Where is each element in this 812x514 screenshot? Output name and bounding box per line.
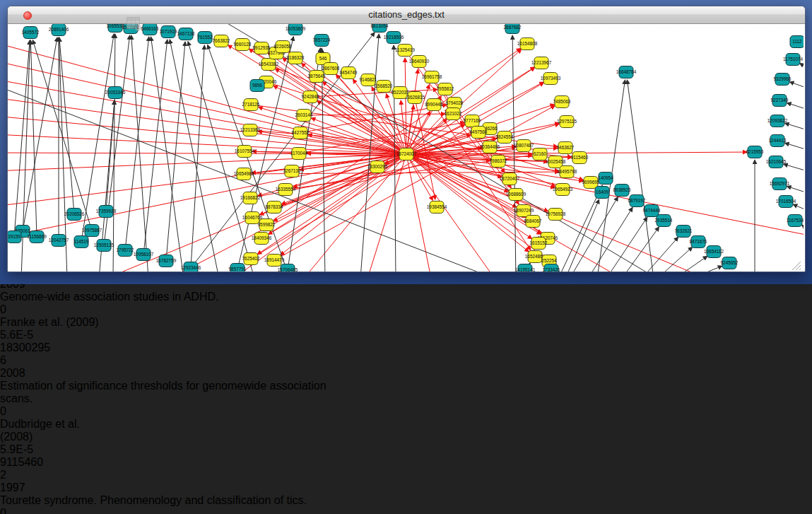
graph-node[interactable]: 16961758: [422, 71, 442, 83]
graph-node[interactable]: 6879197: [628, 195, 646, 207]
graph-node[interactable]: 9599822: [258, 219, 276, 231]
graph-node[interactable]: 2867608: [322, 63, 340, 75]
graph-edge[interactable]: [8, 154, 406, 206]
graph-node[interactable]: 7955812: [437, 83, 454, 95]
graph-node[interactable]: 19384554: [427, 201, 447, 214]
graph-node[interactable]: 9660128: [234, 39, 252, 51]
graph-edge[interactable]: [14, 40, 30, 237]
graph-node[interactable]: 12975115: [557, 116, 577, 128]
graph-node[interactable]: 18495798: [557, 166, 577, 178]
graph-node[interactable]: 20364486: [480, 141, 500, 153]
graph-node[interactable]: 6794028: [446, 98, 464, 110]
graph-node[interactable]: 761552: [197, 32, 213, 44]
graph-node[interactable]: 12505135: [94, 240, 114, 252]
graph-node[interactable]: 9777169: [464, 115, 481, 127]
graph-node[interactable]: 11156869: [27, 231, 47, 243]
table-cell[interactable]: 0: [0, 303, 49, 316]
graph-node[interactable]: 8471676: [690, 236, 707, 248]
graph-edge[interactable]: [627, 80, 654, 271]
graph-node[interactable]: 9242848: [302, 91, 319, 103]
graph-node[interactable]: 16543382: [259, 59, 279, 71]
graph-edge[interactable]: [789, 82, 804, 89]
graph-edge[interactable]: [166, 42, 185, 261]
graph-edge[interactable]: [787, 186, 804, 194]
graph-node[interactable]: 8684067: [524, 216, 542, 228]
graph-node[interactable]: 9463627: [557, 142, 575, 154]
table-cell[interactable]: 2: [0, 469, 66, 481]
graph-node[interactable]: 1170044: [290, 148, 308, 160]
graph-node[interactable]: 16409: [595, 187, 609, 199]
table-cell[interactable]: 1997: [0, 481, 53, 494]
graph-node[interactable]: 9896: [250, 80, 264, 92]
graph-node[interactable]: 8878334: [266, 201, 283, 214]
graph-edge[interactable]: [784, 164, 804, 172]
graph-node[interactable]: 1568520: [375, 81, 393, 93]
graph-edge[interactable]: [691, 266, 722, 271]
graph-edge[interactable]: [588, 207, 632, 271]
graph-node[interactable]: 7857224: [313, 35, 331, 47]
graph-edge[interactable]: [800, 64, 804, 69]
graph-node[interactable]: 8813054: [371, 24, 389, 33]
graph-node[interactable]: 18720407: [500, 173, 520, 185]
graph-edge[interactable]: [787, 103, 804, 110]
graph-node[interactable]: 8215953: [746, 146, 764, 158]
graph-node[interactable]: 2887682: [504, 24, 522, 34]
graph-node[interactable]: 8186328: [287, 52, 305, 64]
graph-edge[interactable]: [785, 123, 804, 131]
table-row[interactable]: 1830029562008Estimation of significance …: [0, 341, 812, 456]
graph-node[interactable]: 19218506: [384, 32, 404, 44]
graph-node[interactable]: 8938923: [613, 185, 631, 197]
graph-node[interactable]: 12093822: [767, 115, 788, 127]
graph-node[interactable]: 19166822: [240, 192, 261, 204]
graph-node[interactable]: 12213369: [240, 124, 261, 136]
table-cell[interactable]: Franke et al. (2009): [0, 316, 112, 329]
graph-node[interactable]: 7485063: [553, 96, 571, 108]
network-canvas[interactable]: 1872400718300295193845541132541918640910…: [8, 24, 805, 274]
graph-edge[interactable]: [151, 37, 184, 271]
graph-node[interactable]: 7625402: [242, 253, 260, 265]
graph-node[interactable]: 1112: [790, 36, 804, 48]
graph-node[interactable]: 16782759: [156, 255, 177, 267]
graph-node[interactable]: 1244413: [769, 135, 787, 147]
graph-node[interactable]: 19756928: [546, 209, 566, 221]
table-cell[interactable]: 6: [0, 354, 66, 367]
graph-node[interactable]: 1467138: [177, 28, 195, 40]
graph-node[interactable]: 8912935: [253, 42, 271, 54]
graph-node[interactable]: 140954: [598, 173, 613, 185]
table-cell[interactable]: Tourette syndrome. Phenomenology and cla…: [0, 494, 353, 507]
graph-node[interactable]: 20206526: [64, 209, 85, 221]
graph-node[interactable]: 16648784: [616, 66, 637, 78]
graph-node[interactable]: 10654112: [704, 246, 724, 258]
graph-node[interactable]: 10973493: [541, 73, 561, 85]
graph-node[interactable]: 20891406: [49, 24, 69, 36]
graph-edge[interactable]: [8, 79, 406, 154]
graph-node[interactable]: 9227349: [771, 95, 789, 107]
graph-node[interactable]: 12213967: [531, 57, 552, 69]
graph-node[interactable]: 15692971: [770, 178, 790, 190]
table-cell[interactable]: 9115460: [0, 456, 64, 469]
graph-node[interactable]: 9857791: [229, 264, 247, 272]
graph-node[interactable]: 10975887: [82, 225, 102, 237]
graph-node[interactable]: 2603144: [295, 110, 313, 122]
graph-edge[interactable]: [570, 197, 618, 271]
graph-node[interactable]: 7663822: [213, 35, 230, 47]
graph-node[interactable]: 16210645: [766, 156, 787, 168]
resize-grip[interactable]: [792, 262, 801, 270]
graph-node[interactable]: 3875645: [308, 71, 326, 83]
graph-node[interactable]: 19654923: [553, 184, 573, 196]
graph-node[interactable]: 1071919: [160, 26, 177, 38]
graph-node[interactable]: 1733426: [543, 264, 560, 272]
table-row[interactable]: 911546021997Tourette syndrome. Phenomeno…: [0, 456, 812, 514]
graph-node[interactable]: 18907249: [514, 205, 534, 217]
graph-node[interactable]: 8454749: [340, 67, 358, 79]
graph-node[interactable]: 2718126: [242, 99, 260, 111]
graph-node[interactable]: 3824554: [496, 132, 514, 144]
table-cell[interactable]: 0: [0, 405, 49, 418]
table-cell[interactable]: 0: [0, 507, 49, 514]
table-cell[interactable]: Genome-wide association studies in ADHD.: [0, 291, 353, 303]
graph-edge[interactable]: [565, 199, 599, 271]
graph-node[interactable]: 1615152: [530, 238, 548, 250]
graph-node[interactable]: 10807487: [514, 140, 534, 152]
graph-node[interactable]: 16107554: [235, 146, 255, 158]
table-cell[interactable]: 5.6E-5: [0, 329, 66, 341]
